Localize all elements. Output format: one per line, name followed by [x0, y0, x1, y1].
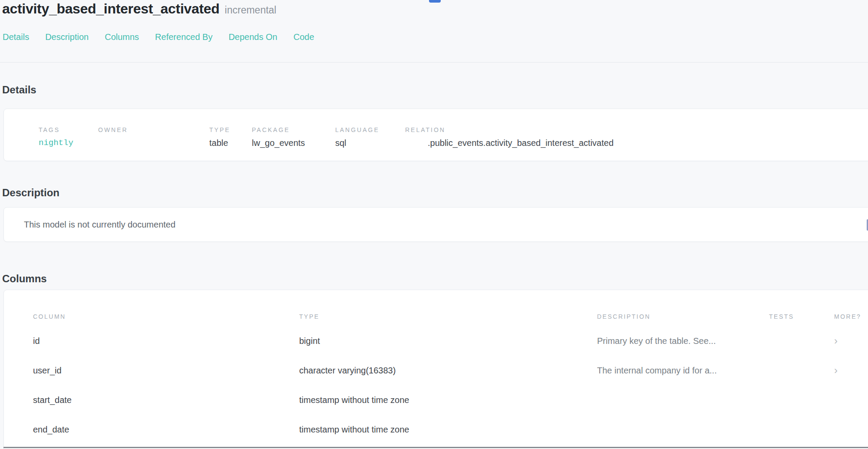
chevron-right-icon[interactable]: › — [820, 365, 868, 376]
tab-depends-on[interactable]: Depends On — [228, 32, 277, 42]
field-owner: OWNER — [98, 126, 209, 161]
tab-referenced-by[interactable]: Referenced By — [155, 32, 212, 42]
cell-column-name: end_date — [33, 425, 299, 435]
cell-description: Primary key of the table. See... — [597, 336, 769, 346]
columns-section-heading: Columns — [2, 273, 47, 285]
bottom-edge-line — [3, 447, 868, 448]
cell-column-type: bigint — [299, 336, 597, 346]
field-package: PACKAGE lw_go_events — [252, 126, 335, 161]
materialization-badge: incremental — [225, 4, 277, 16]
field-language-label: LANGUAGE — [335, 126, 405, 133]
columns-table: COLUMN TYPE DESCRIPTION TESTS MORE? id b… — [4, 290, 868, 444]
columns-card: COLUMN TYPE DESCRIPTION TESTS MORE? id b… — [3, 290, 868, 449]
col-header-description: DESCRIPTION — [597, 313, 769, 320]
cutoff-blue-element-fragment — [429, 0, 441, 3]
tab-description[interactable]: Description — [45, 32, 89, 42]
col-header-more: MORE? — [820, 313, 868, 320]
col-header-tests: TESTS — [769, 313, 820, 320]
table-body: id bigint Primary key of the table. See.… — [4, 326, 868, 444]
tag-nightly-link[interactable]: nightly — [39, 138, 98, 148]
cell-column-type: timestamp without time zone — [299, 425, 597, 435]
field-owner-label: OWNER — [98, 126, 209, 133]
model-docs-page: activity_based_interest_activated increm… — [0, 0, 868, 449]
tab-columns[interactable]: Columns — [105, 32, 139, 42]
cell-column-type: character varying(16383) — [299, 366, 597, 376]
table-row[interactable]: start_date timestamp without time zone — [4, 385, 868, 415]
cell-description: The internal company id for a... — [597, 366, 769, 376]
details-card: TAGS nightly OWNER TYPE table PACKAGE lw… — [3, 109, 868, 161]
table-row[interactable]: user_id character varying(16383) The int… — [4, 356, 868, 385]
col-header-column: COLUMN — [33, 313, 299, 320]
field-relation-value: .public_events.activity_based_interest_a… — [428, 138, 868, 148]
section-tabs: Details Description Columns Referenced B… — [3, 32, 314, 42]
cell-column-name: user_id — [33, 366, 299, 376]
table-header-row: COLUMN TYPE DESCRIPTION TESTS MORE? — [4, 290, 868, 320]
cell-column-type: timestamp without time zone — [299, 395, 597, 405]
field-relation: RELATION .public_events.activity_based_i… — [405, 126, 868, 161]
field-tags: TAGS nightly — [39, 126, 98, 161]
field-relation-label: RELATION — [405, 126, 868, 133]
field-language-value: sql — [335, 138, 405, 148]
cell-column-name: id — [33, 336, 299, 346]
field-package-label: PACKAGE — [252, 126, 335, 133]
field-language: LANGUAGE sql — [335, 126, 405, 161]
description-text: This model is not currently documented — [24, 220, 175, 230]
cell-column-name: start_date — [33, 395, 299, 405]
field-type-label: TYPE — [209, 126, 252, 133]
page-header: activity_based_interest_activated increm… — [2, 1, 276, 17]
tab-details[interactable]: Details — [3, 32, 29, 42]
details-section-heading: Details — [2, 84, 36, 96]
field-type-value: table — [209, 138, 252, 148]
field-tags-label: TAGS — [39, 126, 98, 133]
description-card: This model is not currently documented — [3, 207, 868, 242]
description-section-heading: Description — [2, 187, 59, 199]
col-header-type: TYPE — [299, 313, 597, 320]
table-row[interactable]: id bigint Primary key of the table. See.… — [4, 326, 868, 356]
header-divider — [0, 62, 868, 63]
field-type: TYPE table — [209, 126, 252, 161]
table-row[interactable]: end_date timestamp without time zone — [4, 415, 868, 444]
field-package-value: lw_go_events — [252, 138, 335, 148]
chevron-right-icon[interactable]: › — [820, 336, 868, 346]
page-title: activity_based_interest_activated — [2, 1, 220, 17]
tab-code[interactable]: Code — [294, 32, 314, 42]
